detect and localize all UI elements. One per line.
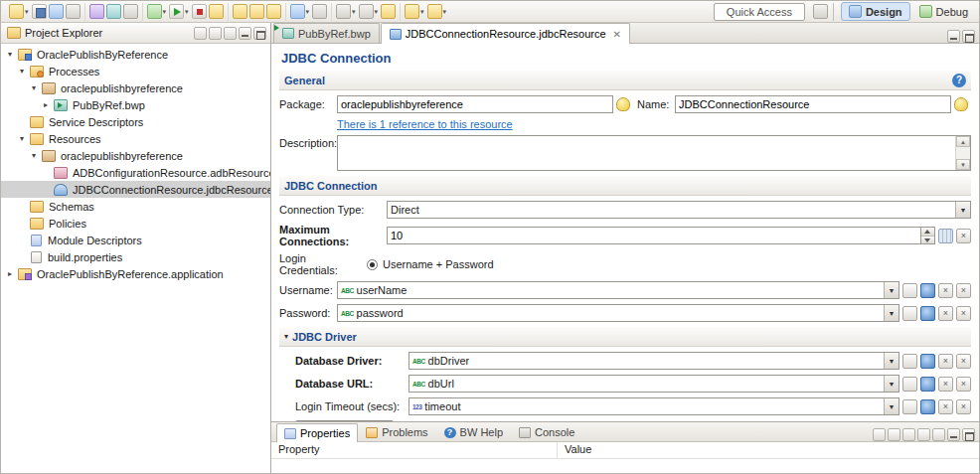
reset-field-icon[interactable]: × bbox=[938, 354, 953, 369]
search-dropdown-icon[interactable]: ▾ bbox=[306, 8, 310, 16]
editor-tab-pubbyref[interactable]: PubByRef.bwp bbox=[273, 23, 380, 43]
database-url-combo[interactable]: ABC dbUrl ▼ bbox=[408, 375, 899, 393]
show-advanced-properties-icon[interactable] bbox=[888, 428, 900, 441]
module-property-icon[interactable] bbox=[920, 283, 935, 298]
maximize-view-icon[interactable] bbox=[962, 428, 975, 441]
content-assist-bulb-icon[interactable] bbox=[954, 97, 968, 111]
maximize-view-icon[interactable] bbox=[253, 27, 266, 40]
bind-field-icon[interactable] bbox=[938, 229, 953, 243]
tree-item-processes[interactable]: ▾ Processes bbox=[1, 63, 270, 79]
package-input[interactable] bbox=[337, 95, 613, 113]
tree-item-service-descriptors[interactable]: Service Descriptors bbox=[1, 113, 270, 130]
perspective-debug-button[interactable]: Debug bbox=[912, 3, 975, 20]
spin-up-icon[interactable] bbox=[921, 228, 934, 237]
stop-icon[interactable] bbox=[192, 4, 207, 19]
collapse-section-icon[interactable]: ▾ bbox=[284, 332, 288, 341]
back-dropdown-icon[interactable]: ▾ bbox=[420, 8, 424, 16]
next-annotation-dropdown-icon[interactable]: ▾ bbox=[352, 8, 356, 16]
maximum-connections-input[interactable] bbox=[387, 227, 921, 244]
clear-field-icon[interactable]: × bbox=[956, 229, 971, 243]
jdbc-driver-section-header[interactable]: ▾ JDBC Driver bbox=[279, 327, 971, 347]
help-icon[interactable]: ? bbox=[952, 74, 966, 87]
login-timeout-combo[interactable]: 123 timeout ▼ bbox=[408, 397, 899, 415]
edit-field-icon[interactable] bbox=[902, 354, 917, 369]
chevron-down-icon[interactable]: ▼ bbox=[884, 282, 898, 298]
reference-link[interactable]: There is 1 reference to this resource bbox=[337, 118, 513, 130]
step-into-icon[interactable] bbox=[233, 4, 247, 19]
expand-arrow-icon[interactable]: ▾ bbox=[17, 134, 27, 143]
build-all-icon[interactable] bbox=[123, 4, 138, 19]
edit-field-icon[interactable] bbox=[902, 306, 917, 321]
project-explorer-view-tab[interactable]: Project Explorer bbox=[5, 25, 108, 41]
collapsed-arrow-icon[interactable]: ▸ bbox=[41, 100, 51, 109]
name-input[interactable] bbox=[675, 95, 951, 113]
maximize-editor-icon[interactable] bbox=[962, 30, 975, 43]
forward-icon[interactable] bbox=[427, 4, 442, 19]
quick-access-button[interactable]: Quick Access bbox=[714, 3, 805, 21]
tree-item-jdbc-resource[interactable]: JDBCConnectionResource.jdbcResource bbox=[1, 181, 270, 198]
tree-item-resources-package[interactable]: ▾ oraclepublishbyreference bbox=[1, 147, 270, 164]
tree-item-schemas[interactable]: Schemas bbox=[1, 198, 270, 215]
previous-annotation-icon[interactable] bbox=[359, 4, 374, 19]
reset-field-icon[interactable]: × bbox=[938, 399, 953, 414]
username-combo[interactable]: ABC userName ▼ bbox=[337, 281, 899, 299]
expand-arrow-icon[interactable]: ▾ bbox=[29, 83, 39, 92]
toggle-mark-occurrences-icon[interactable] bbox=[312, 4, 327, 19]
scroll-down-icon[interactable]: ▼ bbox=[956, 159, 970, 170]
reset-field-icon[interactable]: × bbox=[938, 306, 953, 321]
link-with-editor-icon[interactable] bbox=[209, 27, 222, 40]
tab-bw-help[interactable]: ? BW Help bbox=[436, 422, 511, 441]
new-wizard-icon[interactable] bbox=[9, 4, 24, 19]
minimize-view-icon[interactable] bbox=[239, 27, 251, 40]
back-icon[interactable] bbox=[405, 4, 419, 19]
debug-icon[interactable] bbox=[147, 4, 162, 19]
module-property-icon[interactable] bbox=[920, 377, 935, 392]
property-column-header[interactable]: Property bbox=[271, 442, 558, 458]
tree-item-policies[interactable]: Policies bbox=[1, 215, 270, 232]
view-menu-icon[interactable] bbox=[224, 27, 237, 40]
module-property-icon[interactable] bbox=[920, 306, 935, 321]
collapse-all-icon[interactable] bbox=[194, 27, 207, 40]
create-application-icon[interactable] bbox=[89, 4, 104, 19]
minimize-view-icon[interactable] bbox=[947, 428, 960, 441]
print-icon[interactable] bbox=[66, 4, 81, 19]
tab-problems[interactable]: Problems bbox=[358, 422, 435, 441]
search-icon[interactable] bbox=[290, 4, 305, 19]
step-return-icon[interactable] bbox=[266, 4, 281, 19]
spin-down-icon[interactable] bbox=[921, 237, 934, 244]
clear-field-icon[interactable]: × bbox=[956, 306, 971, 321]
restore-default-value-icon[interactable] bbox=[902, 428, 915, 441]
database-driver-combo[interactable]: ABC dbDriver ▼ bbox=[408, 352, 899, 370]
chevron-down-icon[interactable]: ▼ bbox=[884, 376, 898, 392]
tree-item-build-properties[interactable]: build.properties bbox=[1, 248, 270, 265]
tree-item-application[interactable]: ▸ OraclePublishByReference.application bbox=[1, 265, 270, 282]
pin-view-icon[interactable] bbox=[917, 428, 930, 441]
create-module-icon[interactable] bbox=[106, 4, 121, 19]
tree-item-adb-resource[interactable]: ADBConfigurationResource.adbResource bbox=[1, 164, 270, 181]
run-dropdown-icon[interactable]: ▾ bbox=[185, 8, 189, 16]
minimize-editor-icon[interactable] bbox=[947, 30, 960, 43]
chevron-down-icon[interactable]: ▼ bbox=[884, 353, 898, 369]
collapsed-arrow-icon[interactable]: ▸ bbox=[5, 269, 15, 278]
connection-type-select[interactable]: Direct ▼ bbox=[387, 201, 971, 219]
username-password-radio[interactable] bbox=[367, 259, 378, 270]
expand-arrow-icon[interactable]: ▾ bbox=[29, 151, 39, 160]
tree-item-project[interactable]: ▾ OraclePublishByReference bbox=[1, 46, 270, 63]
show-categories-icon[interactable] bbox=[873, 428, 886, 441]
expand-arrow-icon[interactable]: ▾ bbox=[17, 67, 27, 76]
module-property-icon[interactable] bbox=[920, 399, 935, 414]
module-property-icon[interactable] bbox=[920, 354, 935, 369]
clear-field-icon[interactable]: × bbox=[956, 399, 971, 414]
open-perspective-icon[interactable] bbox=[813, 4, 828, 19]
scroll-up-icon[interactable]: ▲ bbox=[956, 136, 970, 147]
perspective-design-button[interactable]: Design bbox=[841, 2, 910, 21]
editor-tab-jdbc-resource[interactable]: JDBCConnectionResource.jdbcResource ✕ bbox=[381, 23, 630, 44]
reset-field-icon[interactable]: × bbox=[938, 283, 953, 298]
tab-properties[interactable]: Properties bbox=[276, 423, 358, 442]
tree-item-pubbyref[interactable]: ▸ PubByRef.bwp bbox=[1, 96, 270, 113]
chevron-down-icon[interactable]: ▼ bbox=[884, 305, 898, 321]
run-icon[interactable] bbox=[169, 4, 184, 19]
description-scrollbar[interactable]: ▲ ▼ bbox=[955, 136, 970, 170]
new-wizard-dropdown-icon[interactable]: ▾ bbox=[25, 8, 29, 16]
expand-arrow-icon[interactable]: ▾ bbox=[5, 50, 15, 59]
